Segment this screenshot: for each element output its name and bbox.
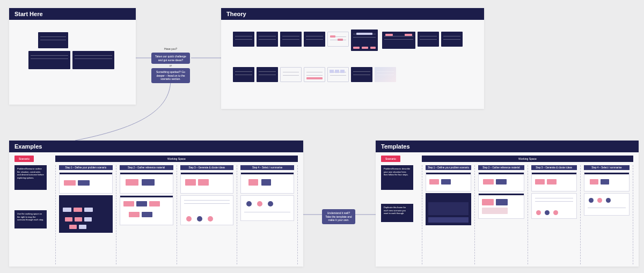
examples-step1-thumb1[interactable] [59,172,113,194]
templates-step3-thumb2[interactable] [531,193,577,219]
templates-working-space-bar: Working Space [422,156,633,162]
theory-slide-r1-8 [418,32,439,47]
theory-slide-r1-9 [441,32,463,47]
start-slide-heading [38,32,68,48]
panel-theory[interactable]: Theory [221,8,484,109]
decision-or-label: or [151,64,190,67]
theory-slide-r2-7 [375,67,396,82]
start-slide-left [28,51,70,69]
theory-slide-r2-6 [351,67,372,82]
examples-info-card-2: Use the working space on the right to ma… [14,210,47,228]
templates-step-1: Step 1 – Define your problem scenario [422,165,474,264]
examples-step-1: Step 1 – Define your problem scenario [55,165,116,264]
examples-step2-thumb1[interactable] [120,172,173,194]
templates-step2-thumb2[interactable] [478,193,524,219]
templates-step-1-header: Step 1 – Define your problem scenario [426,165,471,170]
examples-steps-row: Step 1 – Define your problem scenario [55,165,298,264]
theory-slide-r2-2 [257,67,278,82]
examples-info-card-1: Problem/Scenario: outline the situation,… [14,165,47,190]
templates-step3-thumb1[interactable] [531,172,577,191]
callout-to-templates[interactable]: Understand it well? Take the template an… [322,209,355,224]
templates-step1-thumb1[interactable] [426,172,471,191]
examples-step-1-header: Step 1 – Define your problem scenario [59,165,113,170]
examples-step3-thumb2[interactable] [180,195,234,225]
templates-step1-thumb2[interactable] [426,193,471,225]
templates-step-3: Step 3 – Generate & cluster ideas [528,165,580,264]
templates-info-card-2: Duplicate this frame for each new scenar… [381,204,413,222]
panel-examples-title: Examples [9,141,303,152]
templates-step4-thumb1[interactable] [584,172,630,191]
decision-option-a[interactable]: Taken our quick challenge and got some i… [151,53,190,64]
panel-templates[interactable]: Templates Scenario Working Space Problem… [376,141,639,267]
panel-examples[interactable]: Examples Scenario Working Space Problem/… [9,141,303,267]
theory-slide-r2-1 [233,67,254,82]
examples-step-2-header: Step 2 – Gather reference material [120,165,173,170]
panel-theory-title: Theory [221,8,484,20]
theory-slide-r1-2 [257,32,278,47]
templates-steps-row: Step 1 – Define your problem scenario St… [422,165,633,264]
theory-slide-r2-3 [280,67,302,82]
panel-start-here[interactable]: Start Here [9,8,136,105]
examples-scenario-tag: Scenario [14,156,34,162]
examples-step-4-header: Step 4 – Select / summarise [240,165,294,170]
templates-step-2: Step 2 – Gather reference material [474,165,527,264]
templates-info-card-1: Problem/Scenario: describe your own situ… [381,165,413,190]
examples-step-4: Step 4 – Select / summarise [237,165,298,264]
templates-step-3-header: Step 3 – Generate & cluster ideas [531,165,577,170]
examples-step2-thumb2[interactable] [120,195,173,225]
examples-step-3-header: Step 3 – Generate & cluster ideas [180,165,234,170]
examples-step1-thumb2[interactable] [59,195,113,233]
theory-slide-r1-3 [280,32,302,47]
templates-step-4-header: Step 4 – Select / summarise [584,165,630,170]
examples-step4-thumb2[interactable] [240,195,294,221]
decision-option-b[interactable]: Something sparked? Go deeper – head on t… [151,68,190,83]
theory-slide-r2-5 [327,67,349,82]
examples-working-space-bar: Working Space [55,156,298,162]
examples-step4-thumb1[interactable] [240,172,294,194]
templates-step2-thumb1[interactable] [478,172,524,191]
start-slide-right [72,51,114,69]
examples-step-2: Step 2 – Gather reference material [116,165,177,264]
theory-slide-r1-4 [304,32,325,47]
theory-slide-r1-1 [233,32,254,47]
theory-slide-r2-4 [304,67,325,82]
panel-templates-title: Templates [376,141,639,152]
examples-step3-thumb1[interactable] [180,172,234,194]
panel-start-here-title: Start Here [9,8,136,20]
templates-step-4: Step 4 – Select / summarise [580,165,633,264]
theory-slide-r1-6 [351,29,378,51]
decision-heading: Have you? [151,47,190,50]
theory-slide-r1-5 [327,32,349,47]
examples-step-3: Step 3 – Generate & cluster ideas [177,165,237,264]
templates-scenario-tag: Scenario [381,156,400,162]
templates-step4-thumb2[interactable] [584,193,630,216]
theory-slide-r1-7 [382,32,415,49]
templates-step-2-header: Step 2 – Gather reference material [478,165,524,170]
